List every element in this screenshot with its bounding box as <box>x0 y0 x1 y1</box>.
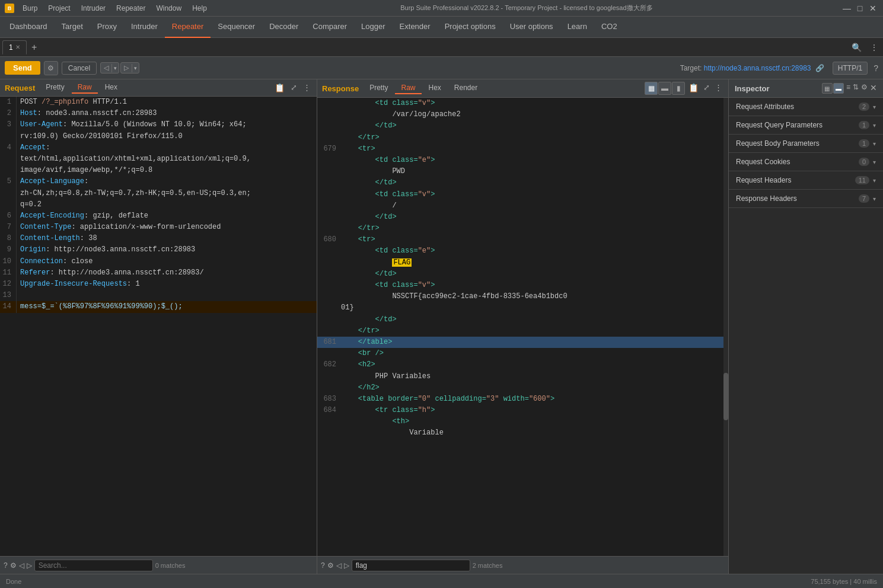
resp-search-help-icon[interactable]: ? <box>321 561 325 570</box>
inspector-header: Inspector ▦ ▬ ≡ ⇅ ⚙ ✕ <box>729 79 883 98</box>
nav-decoder[interactable]: Decoder <box>262 17 305 38</box>
settings-icon[interactable]: ⚙ <box>44 61 58 75</box>
view-vert-icon[interactable]: ▮ <box>672 82 685 95</box>
nav-sequencer[interactable]: Sequencer <box>211 17 262 38</box>
response-line: <td class="e"> <box>317 245 728 257</box>
close-button[interactable]: ✕ <box>868 3 878 14</box>
tab-pretty[interactable]: Pretty <box>40 82 70 94</box>
resp-tab-render[interactable]: Render <box>448 82 483 94</box>
send-button[interactable]: Send <box>5 61 40 75</box>
search-tabs-icon[interactable]: 🔍 <box>849 41 864 53</box>
response-code-area[interactable]: <td class="v"> /var/log/apache2 </td> </… <box>317 98 728 556</box>
maximize-button[interactable]: □ <box>855 3 865 14</box>
inspector-section-req-headers: Request Headers 11 ▾ <box>729 171 883 190</box>
inspector-section-header-req-headers[interactable]: Request Headers 11 ▾ <box>729 171 883 189</box>
scrollbar-thumb[interactable] <box>723 373 728 420</box>
menu-intruder[interactable]: Intruder <box>76 3 110 14</box>
help-icon[interactable]: ? <box>874 63 878 73</box>
inspector-align-icon[interactable]: ≡ <box>846 83 850 94</box>
response-tabs: Pretty Raw Hex Render <box>364 82 483 94</box>
cancel-button[interactable]: Cancel <box>62 62 97 75</box>
request-search-bar: ? ⚙ ◁ ▷ 0 matches <box>0 556 317 574</box>
menu-burp[interactable]: Burp <box>18 3 42 14</box>
inspector-section-header-query[interactable]: Request Query Parameters 1 ▾ <box>729 116 883 134</box>
more-tabs-icon[interactable]: ⋮ <box>868 41 881 53</box>
menu-help[interactable]: Help <box>187 3 212 14</box>
request-panel: Request Pretty Raw Hex 📋 ⤢ ⋮ 1 POST /?_=… <box>0 79 317 574</box>
response-line: PWD <box>317 166 728 177</box>
response-line-683: 683 <table border="0" cellpadding="3" wi… <box>317 394 728 405</box>
nav-target[interactable]: Target <box>55 17 90 38</box>
back-button[interactable]: ◁ ▾ <box>100 62 119 74</box>
nav-intruder[interactable]: Intruder <box>124 17 165 38</box>
response-search-input[interactable] <box>352 560 470 571</box>
response-line: </td> <box>317 120 728 132</box>
resp-search-settings-icon[interactable]: ⚙ <box>327 561 334 570</box>
response-header: Response Pretty Raw Hex Render ▦ ▬ ▮ 📋 ⤢… <box>317 79 728 98</box>
tab-1[interactable]: 1 ✕ <box>2 40 27 55</box>
search-settings-icon[interactable]: ⚙ <box>10 561 17 570</box>
inspector-settings-icon[interactable]: ⚙ <box>861 83 868 94</box>
nav-repeater[interactable]: Repeater <box>165 17 211 38</box>
http-version-selector[interactable]: HTTP/1 <box>833 62 868 75</box>
nav-extender[interactable]: Extender <box>393 17 438 38</box>
response-line: 01} <box>317 302 728 314</box>
menu-repeater[interactable]: Repeater <box>111 3 150 14</box>
request-panel-icons: 📋 ⤢ ⋮ <box>273 82 312 94</box>
section-label-body-params: Request Body Parameters <box>736 139 859 148</box>
inspector-section-header-resp-headers[interactable]: Response Headers 7 ▾ <box>729 190 883 207</box>
inspector-close-icon[interactable]: ✕ <box>870 83 877 94</box>
navbar: Dashboard Target Proxy Intruder Repeater… <box>0 17 883 38</box>
nav-learn[interactable]: Learn <box>560 17 594 38</box>
tab-hex[interactable]: Hex <box>99 82 123 94</box>
inspector-view-list[interactable]: ▬ <box>833 83 844 94</box>
resp-search-prev-icon[interactable]: ◁ <box>336 561 342 570</box>
section-count-req-headers: 11 <box>855 176 869 184</box>
more-icon[interactable]: ⋮ <box>302 82 312 94</box>
panels-container: Request Pretty Raw Hex 📋 ⤢ ⋮ 1 POST /?_=… <box>0 79 883 574</box>
inspector-sort-icon[interactable]: ⇅ <box>853 83 859 94</box>
request-title: Request <box>5 84 35 92</box>
resp-copy-icon[interactable]: 📋 <box>687 82 700 95</box>
inspector-section-header-body[interactable]: Request Body Parameters 1 ▾ <box>729 135 883 152</box>
inspector-view-split[interactable]: ▦ <box>822 83 833 94</box>
nav-comparer[interactable]: Comparer <box>305 17 354 38</box>
view-split-icon[interactable]: ▦ <box>645 82 658 95</box>
search-prev-icon[interactable]: ◁ <box>19 561 24 570</box>
resp-tab-pretty[interactable]: Pretty <box>364 82 394 94</box>
add-tab-button[interactable]: + <box>28 41 41 54</box>
response-line-680: 680 <tr> <box>317 234 728 245</box>
nav-logger[interactable]: Logger <box>354 17 392 38</box>
request-code-area[interactable]: 1 POST /?_=phpinfo HTTP/1.1 2 Host: node… <box>0 97 317 556</box>
search-help-icon[interactable]: ? <box>4 561 8 570</box>
search-next-icon[interactable]: ▷ <box>27 561 32 570</box>
inspector-section-header[interactable]: Request Attributes 2 ▾ <box>729 98 883 116</box>
expand-icon[interactable]: ⤢ <box>289 82 298 94</box>
resp-expand-icon[interactable]: ⤢ <box>702 82 711 95</box>
nav-user-options[interactable]: User options <box>503 17 560 38</box>
inspector-section-header-cookies[interactable]: Request Cookies 0 ▾ <box>729 153 883 171</box>
titlebar-menu: Burp Project Intruder Repeater Window He… <box>18 3 212 14</box>
resp-search-next-icon[interactable]: ▷ <box>344 561 349 570</box>
resp-more-icon[interactable]: ⋮ <box>713 82 723 95</box>
response-line: <td class="v"> <box>317 189 728 200</box>
copy-icon[interactable]: 📋 <box>273 82 286 94</box>
scrollbar[interactable] <box>723 98 728 556</box>
view-horiz-icon[interactable]: ▬ <box>658 82 671 95</box>
nav-proxy[interactable]: Proxy <box>90 17 124 38</box>
response-panel: Response Pretty Raw Hex Render ▦ ▬ ▮ 📋 ⤢… <box>317 79 729 574</box>
minimize-button[interactable]: — <box>841 3 852 14</box>
chevron-down-icon-body: ▾ <box>873 140 876 147</box>
search-input[interactable] <box>34 560 153 571</box>
resp-tab-hex[interactable]: Hex <box>423 82 447 94</box>
resp-tab-raw[interactable]: Raw <box>395 82 421 94</box>
forward-button[interactable]: ▷ ▾ <box>120 62 139 74</box>
menu-window[interactable]: Window <box>151 3 186 14</box>
nav-project-options[interactable]: Project options <box>438 17 503 38</box>
nav-co2[interactable]: CO2 <box>594 17 624 38</box>
tab-close-icon[interactable]: ✕ <box>15 44 20 50</box>
tab-raw[interactable]: Raw <box>72 82 98 94</box>
link-icon[interactable]: 🔗 <box>815 64 824 72</box>
nav-dashboard[interactable]: Dashboard <box>2 17 55 38</box>
menu-project[interactable]: Project <box>43 3 75 14</box>
